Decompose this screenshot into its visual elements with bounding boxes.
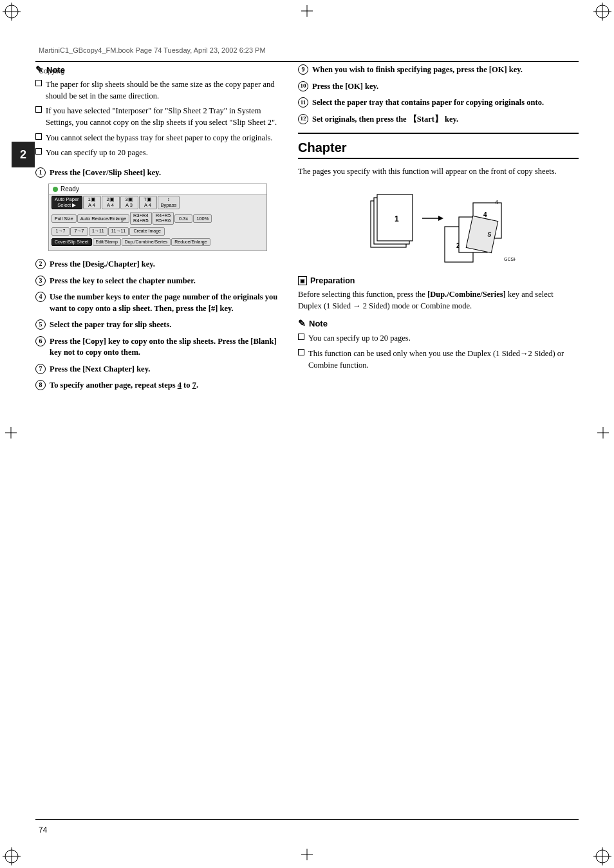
mid-mark-left (5, 427, 17, 441)
step-text-3: Press the key to select the chapter numb… (50, 276, 286, 287)
step-text-4: Use the number keys to enter the page nu… (50, 292, 286, 314)
ui-tray-row: Auto PaperSelect ▶ 1▣A 4 2▣A 4 3▣A 3 T▣A… (49, 194, 266, 211)
step-3: 3 Press the key to select the chapter nu… (35, 276, 286, 287)
note-section: ✎ Note The paper for slip sheets should … (35, 64, 286, 158)
step-text-1: Press the [Cover/Slip Sheet] key. (50, 167, 286, 179)
prep-header: ▣ Preparation (298, 276, 579, 285)
ui-menu-row: Cover/Slip Sheet Edit/Stamp Dup./Combine… (49, 237, 266, 247)
svg-text:1: 1 (395, 214, 399, 223)
tray-btn-5: T▣A 4 (139, 196, 157, 209)
step-text-5: Select the paper tray for slip sheets. (50, 319, 286, 331)
step-num-5: 5 (35, 319, 46, 330)
func-btn-3: 1→11 (89, 227, 107, 235)
corner-mark-tr (593, 3, 611, 21)
page-number: 74 (39, 826, 47, 835)
step-9: 9 When you wish to finish specifying pag… (298, 64, 579, 76)
mid-mark-right (597, 427, 609, 441)
pencil-icon: ✎ (35, 64, 43, 75)
ready-label: Ready (60, 185, 79, 193)
note-item-1: The paper for slip sheets should be the … (35, 79, 286, 102)
step-10: 10 Press the [OK] key. (298, 81, 579, 93)
right-checkbox-1 (298, 334, 304, 340)
right-note-item-2: This function can be used only when you … (298, 348, 579, 371)
checkbox-icon-3 (35, 133, 42, 140)
corner-mark-br (593, 847, 611, 865)
header-divider (35, 61, 579, 62)
step-num-12: 12 (298, 114, 308, 124)
svg-marker-25 (438, 216, 443, 221)
size-btn-1: Full Size (51, 214, 77, 223)
step-num-8: 8 (35, 380, 46, 390)
menu-btn-2: Edit/Stamp (93, 238, 121, 246)
corner-mark-tl (3, 3, 21, 21)
func-btn-4: 11→11 (108, 227, 129, 235)
size-btn-3: R3+R4R4+R5 (130, 212, 152, 225)
right-pencil-icon: ✎ (298, 318, 306, 328)
step-6: 6 Press the [Copy] key to copy onto the … (35, 336, 286, 359)
note-item-2: If you have selected "Interposer" for "S… (35, 105, 286, 128)
tray-btn-2: 1▣A 4 (83, 196, 101, 209)
checkbox-icon-1 (35, 80, 42, 86)
note-text-4: You can specify up to 20 pages. (46, 147, 148, 158)
right-checkbox-2 (298, 349, 304, 355)
note-text-2: If you have selected "Interposer" for "S… (46, 105, 286, 128)
ui-inner: Ready Auto PaperSelect ▶ 1▣A 4 2▣A 4 3▣A… (49, 184, 266, 250)
step-text-8: To specify another page, repeat steps 4 … (50, 380, 286, 392)
ui-screenshot: Ready Auto PaperSelect ▶ 1▣A 4 2▣A 4 3▣A… (48, 184, 267, 251)
step-num-3: 3 (35, 276, 46, 286)
step-num-4: 4 (35, 292, 46, 302)
step-4: 4 Use the number keys to enter the page … (35, 292, 286, 314)
ui-ready-bar: Ready (49, 184, 266, 194)
step-num-10: 10 (298, 81, 308, 91)
prep-text: Before selecting this function, press th… (298, 288, 579, 312)
chapter-heading: Chapter (298, 140, 579, 159)
prep-icon: ▣ (298, 276, 307, 285)
step-num-11: 11 (298, 97, 308, 108)
step-num-2: 2 (35, 259, 46, 269)
ready-dot (53, 187, 58, 192)
right-column: 9 When you wish to finish specifying pag… (298, 64, 579, 816)
right-note-text-2: This function can be used only when you … (308, 348, 579, 371)
func-btn-1: 1→7 (51, 227, 70, 235)
mid-mark-bottom (301, 849, 313, 863)
ui-size-row: Full Size Auto Reduce/Enlarge R3+R4R4+R5… (49, 211, 266, 227)
step-11: 11 Select the paper tray that contains p… (298, 97, 579, 109)
func-btn-2: 7→7 (70, 227, 88, 235)
header-file-info: MartiniC1_GBcopy4_FM.book Page 74 Tuesda… (39, 46, 266, 54)
note-text-3: You cannot select the bypass tray for sh… (46, 132, 272, 144)
right-note-title: Note (309, 319, 328, 328)
chapter-diagram: 1 2 3 4 5 4 GCSH0W0E (361, 185, 516, 269)
func-btn-5: Create Image (129, 227, 165, 235)
size-btn-6: 100% (193, 214, 212, 223)
checkbox-icon-2 (35, 106, 42, 113)
step-text-10: Press the [OK] key. (312, 81, 579, 93)
step-num-6: 6 (35, 336, 46, 346)
right-note-item-1: You can specify up to 20 pages. (298, 332, 579, 344)
tray-btn-1: Auto PaperSelect ▶ (51, 196, 82, 209)
note-item-4: You can specify up to 20 pages. (35, 147, 286, 158)
content-area: ✎ Note The paper for slip sheets should … (35, 64, 579, 816)
note-item-3: You cannot select the bypass tray for sh… (35, 132, 286, 144)
note-header: ✎ Note (35, 64, 286, 75)
note-title: Note (46, 65, 65, 75)
tray-btn-3: 2▣A 4 (102, 196, 120, 209)
right-note-section: ✎ Note You can specify up to 20 pages. T… (298, 318, 579, 370)
size-btn-4: R4+R5R5+R6 (153, 212, 174, 225)
chapter-tab: 2 (12, 142, 35, 167)
menu-btn-4: Reduce/Enlarge (171, 238, 210, 246)
step-text-6: Press the [Copy] key to copy onto the sl… (50, 336, 286, 359)
step-num-7: 7 (35, 364, 46, 374)
chapter-desc: The pages you specify with this function… (298, 165, 579, 177)
right-note-header: ✎ Note (298, 318, 579, 328)
step-text-12: Set originals, then press the 【Start】 ke… (312, 114, 579, 126)
step-text-7: Press the [Next Chapter] key. (50, 364, 286, 375)
svg-text:4: 4 (483, 211, 487, 218)
size-btn-2: Auto Reduce/Enlarge (77, 214, 129, 223)
left-column: ✎ Note The paper for slip sheets should … (35, 64, 286, 816)
step-num-9: 9 (298, 64, 308, 75)
step-text-2: Press the [Desig./Chapter] key. (50, 259, 286, 270)
size-btn-5: 0.3x (174, 214, 192, 223)
footer-divider (35, 819, 579, 820)
step-8: 8 To specify another page, repeat steps … (35, 380, 286, 392)
tray-btn-6: ↕Bypass (158, 196, 180, 209)
